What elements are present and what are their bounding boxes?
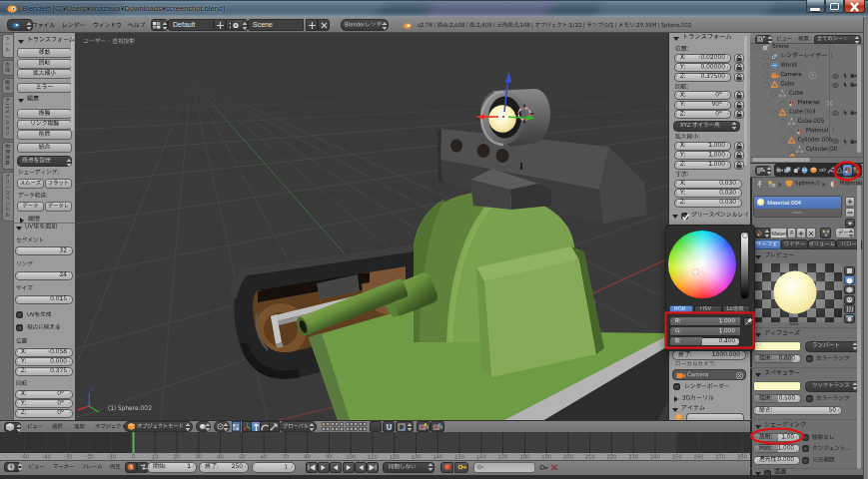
svg-text:z: z	[91, 386, 94, 392]
